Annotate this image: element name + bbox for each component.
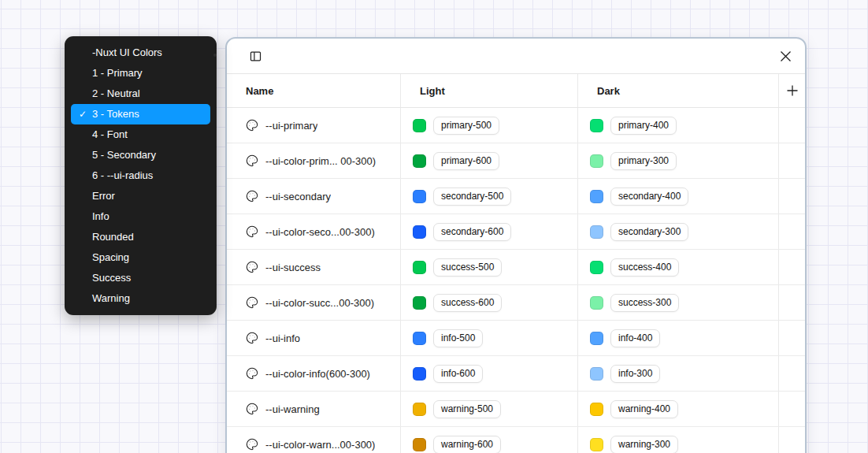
menu-item-1-primary[interactable]: 1 - Primary <box>71 63 210 84</box>
light-color-chip[interactable]: secondary-600 <box>413 223 511 241</box>
alias-pill-label: success-500 <box>433 258 502 277</box>
menu-item-spacing[interactable]: Spacing <box>71 247 210 268</box>
light-value-cell: warning-600 <box>400 427 577 453</box>
variable-name-cell[interactable]: --ui-color-succ...00-300) <box>227 285 400 320</box>
table-row: --ui-color-succ...00-300) success-600 su… <box>227 285 805 321</box>
variable-name-cell[interactable]: --ui-secondary <box>227 179 400 214</box>
variable-name-cell[interactable]: --ui-color-warn...00-300) <box>227 427 400 453</box>
color-swatch <box>590 261 603 274</box>
menu-item-rounded[interactable]: Rounded <box>71 227 210 247</box>
menu-item-label: Rounded <box>92 231 134 243</box>
menu-item-success[interactable]: Success <box>71 268 210 288</box>
color-swatch <box>590 296 603 310</box>
add-mode-button[interactable] <box>783 81 802 100</box>
dark-value-cell: info-400 <box>577 321 778 355</box>
menu-item-warning[interactable]: Warning <box>71 288 210 309</box>
palette-icon <box>246 225 258 238</box>
dark-color-chip[interactable]: warning-300 <box>590 436 678 453</box>
light-color-chip[interactable]: info-600 <box>413 365 483 383</box>
dark-value-cell: secondary-300 <box>577 214 778 249</box>
dark-color-chip[interactable]: warning-400 <box>590 400 678 418</box>
color-swatch <box>590 332 603 345</box>
close-button[interactable] <box>776 46 795 65</box>
palette-icon <box>246 438 258 451</box>
variable-name-cell[interactable]: --ui-primary <box>227 108 400 143</box>
variable-name: --ui-color-info(600-300) <box>265 368 370 380</box>
menu-item-label: 4 - Font <box>92 128 128 140</box>
table-row: --ui-warning warning-500 warning-400 <box>227 392 805 427</box>
menu-item-label: -Nuxt UI Colors <box>92 46 162 58</box>
row-extra-cell <box>778 392 805 426</box>
variable-name: --ui-color-warn...00-300) <box>265 439 375 451</box>
alias-pill-label: secondary-600 <box>433 223 511 241</box>
variable-name-cell[interactable]: --ui-success <box>227 250 400 284</box>
light-color-chip[interactable]: warning-600 <box>413 436 501 453</box>
light-color-chip[interactable]: info-500 <box>413 329 483 347</box>
light-color-chip[interactable]: success-600 <box>413 294 502 312</box>
variable-set-menu: -Nuxt UI Colors1 - Primary2 - Neutral✓3 … <box>65 36 217 315</box>
dark-color-chip[interactable]: info-300 <box>590 365 660 383</box>
variable-name-cell[interactable]: --ui-warning <box>227 392 400 426</box>
menu-item-6-ui-radius[interactable]: 6 - --ui-radius <box>71 165 210 186</box>
light-color-chip[interactable]: secondary-500 <box>413 188 511 206</box>
palette-icon <box>246 261 258 273</box>
menu-trigger-dot <box>213 54 217 57</box>
dark-color-chip[interactable]: success-400 <box>590 258 679 277</box>
dark-color-chip[interactable]: primary-300 <box>590 152 677 170</box>
menu-item-5-secondary[interactable]: 5 - Secondary <box>71 145 210 165</box>
table-row: --ui-color-prim... 00-300) primary-600 p… <box>227 143 805 179</box>
variable-name: --ui-color-seco...00-300) <box>265 226 375 238</box>
dark-value-cell: secondary-400 <box>577 179 778 214</box>
palette-icon <box>246 367 258 380</box>
menu-item-label: Spacing <box>92 251 129 263</box>
color-swatch <box>590 154 603 168</box>
light-color-chip[interactable]: primary-500 <box>413 117 499 135</box>
menu-item-label: 3 - Tokens <box>92 108 139 120</box>
variable-name: --ui-color-prim... 00-300) <box>265 155 376 167</box>
alias-pill-label: primary-600 <box>433 152 499 170</box>
light-color-chip[interactable]: warning-500 <box>413 400 501 418</box>
palette-icon <box>246 332 258 344</box>
menu-item-label: 6 - --ui-radius <box>92 169 153 181</box>
color-swatch <box>590 438 603 451</box>
row-extra-cell <box>778 108 805 143</box>
menu-item-2-neutral[interactable]: 2 - Neutral <box>71 84 210 104</box>
table-row: --ui-color-info(600-300) info-600 info-3… <box>227 356 805 392</box>
color-swatch <box>413 403 426 416</box>
light-color-chip[interactable]: primary-600 <box>413 152 499 170</box>
color-swatch <box>590 403 603 416</box>
palette-icon <box>246 190 258 202</box>
color-swatch <box>413 438 426 451</box>
variable-name-cell[interactable]: --ui-color-seco...00-300) <box>227 214 400 249</box>
color-swatch <box>413 332 426 345</box>
menu-item-3-tokens[interactable]: ✓3 - Tokens <box>71 104 210 124</box>
table-row: --ui-primary primary-500 primary-400 <box>227 108 805 143</box>
menu-item-error[interactable]: Error <box>71 186 210 206</box>
alias-pill-label: warning-500 <box>433 400 501 418</box>
variables-table-body: --ui-primary primary-500 primary-400 <box>227 108 805 453</box>
menu-item-info[interactable]: Info <box>71 206 210 227</box>
color-swatch <box>590 225 603 239</box>
variable-name-cell[interactable]: --ui-color-info(600-300) <box>227 356 400 391</box>
variable-name: --ui-warning <box>265 403 320 415</box>
dark-color-chip[interactable]: secondary-400 <box>590 188 688 206</box>
color-swatch <box>413 225 426 239</box>
dark-color-chip[interactable]: primary-400 <box>590 117 677 135</box>
light-value-cell: primary-500 <box>400 108 577 143</box>
menu-item-nuxt-ui-colors[interactable]: -Nuxt UI Colors <box>71 43 210 63</box>
menu-item-label: 1 - Primary <box>92 67 143 79</box>
variable-name-cell[interactable]: --ui-color-prim... 00-300) <box>227 143 400 178</box>
row-extra-cell <box>778 143 805 178</box>
light-color-chip[interactable]: success-500 <box>413 258 502 277</box>
variable-name-cell[interactable]: --ui-info <box>227 321 400 355</box>
variables-panel: Name Light Dark <box>225 37 807 453</box>
light-value-cell: info-500 <box>400 321 577 355</box>
menu-item-label: Info <box>92 210 109 222</box>
table-row: --ui-success success-500 success-400 <box>227 250 805 285</box>
menu-item-4-font[interactable]: 4 - Font <box>71 124 210 145</box>
dark-color-chip[interactable]: info-400 <box>590 329 660 347</box>
dark-color-chip[interactable]: secondary-300 <box>590 223 688 241</box>
panel-left-icon <box>249 50 262 63</box>
dark-color-chip[interactable]: success-300 <box>590 294 679 312</box>
sidebar-toggle-button[interactable] <box>246 46 265 65</box>
